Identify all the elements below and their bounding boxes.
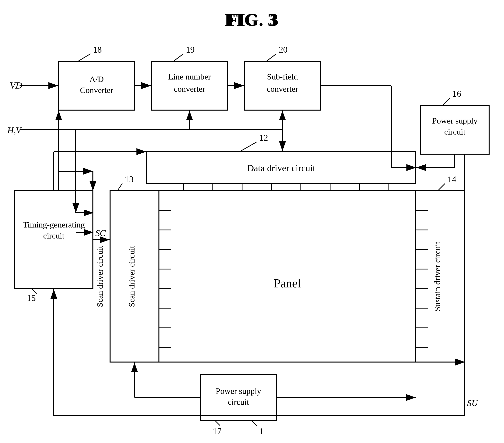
svg-text:A/D: A/D bbox=[90, 74, 104, 84]
svg-text:SC: SC bbox=[95, 228, 106, 238]
svg-text:Panel: Panel bbox=[274, 277, 301, 290]
diagram-container: FIG. 3 A/D Converter 18 Line number conv… bbox=[0, 0, 504, 443]
svg-text:Timing-generating: Timing-generating bbox=[23, 220, 85, 229]
svg-text:Scan driver circuit: Scan driver circuit bbox=[95, 246, 104, 307]
svg-text:Sub-field: Sub-field bbox=[267, 72, 298, 81]
svg-line-10 bbox=[174, 54, 183, 61]
svg-text:Power supply: Power supply bbox=[216, 387, 261, 396]
svg-text:1: 1 bbox=[259, 426, 264, 436]
svg-line-29 bbox=[32, 289, 37, 294]
svg-text:Sustain driver circuit: Sustain driver circuit bbox=[433, 241, 442, 311]
svg-text:19: 19 bbox=[186, 45, 195, 55]
svg-text:20: 20 bbox=[279, 45, 288, 55]
svg-text:H,V: H,V bbox=[7, 126, 22, 135]
svg-text:18: 18 bbox=[93, 45, 102, 55]
svg-text:converter: converter bbox=[267, 84, 298, 93]
svg-line-20 bbox=[443, 98, 450, 105]
svg-line-33 bbox=[117, 184, 122, 191]
svg-text:14: 14 bbox=[448, 174, 456, 184]
svg-text:Scan driver circuit: Scan driver circuit bbox=[127, 246, 136, 307]
figure-title: FIG. 3 bbox=[0, 10, 504, 30]
svg-text:converter: converter bbox=[174, 84, 205, 93]
svg-line-43 bbox=[215, 421, 220, 426]
svg-text:circuit: circuit bbox=[444, 127, 466, 136]
svg-text:16: 16 bbox=[452, 89, 461, 99]
svg-text:SU: SU bbox=[467, 398, 478, 408]
svg-text:circuit: circuit bbox=[228, 398, 249, 406]
svg-line-5 bbox=[78, 54, 90, 61]
circuit-diagram: A/D Converter 18 Line number converter 1… bbox=[0, 0, 504, 443]
svg-line-38 bbox=[438, 184, 445, 191]
svg-text:circuit: circuit bbox=[43, 231, 65, 240]
svg-text:12: 12 bbox=[259, 133, 268, 143]
svg-text:13: 13 bbox=[125, 174, 133, 184]
svg-line-24 bbox=[240, 142, 257, 152]
svg-text:15: 15 bbox=[27, 293, 36, 303]
svg-text:17: 17 bbox=[213, 426, 222, 436]
svg-line-45 bbox=[252, 421, 257, 426]
svg-text:VD: VD bbox=[10, 80, 22, 91]
svg-text:Converter: Converter bbox=[80, 86, 113, 95]
svg-text:Power supply: Power supply bbox=[432, 116, 478, 125]
svg-text:Line number: Line number bbox=[168, 72, 211, 81]
svg-line-15 bbox=[267, 54, 276, 61]
svg-text:Data driver circuit: Data driver circuit bbox=[247, 163, 315, 173]
